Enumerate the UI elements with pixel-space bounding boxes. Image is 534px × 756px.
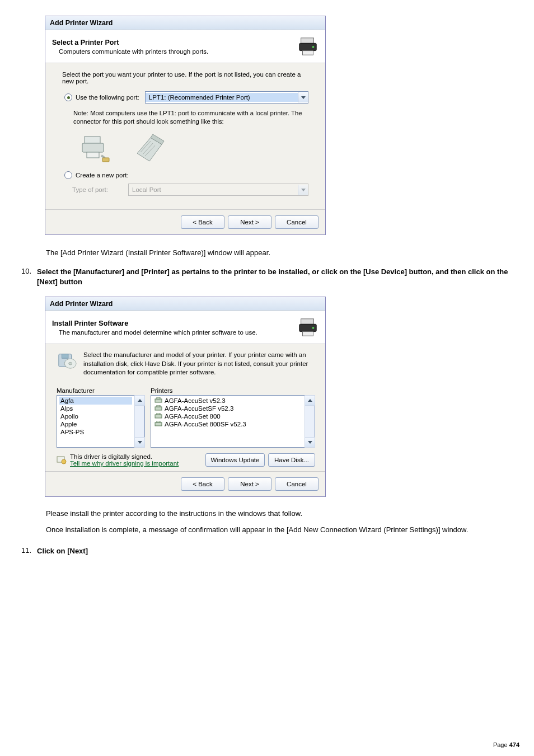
printer-small-icon [154, 421, 162, 428]
port-dropdown[interactable]: LPT1: (Recommended Printer Port) [145, 91, 308, 104]
scrollbar[interactable] [134, 396, 144, 447]
svg-point-3 [312, 46, 315, 48]
step-num: 11. [17, 546, 31, 555]
scrollbar[interactable] [305, 396, 315, 447]
svg-rect-7 [102, 158, 109, 162]
list-item[interactable]: AGFA-AccuSetSF v52.3 [153, 405, 302, 412]
instruction-text: Select the manufacturer and model of you… [83, 351, 315, 377]
step-10: 10. Select the [Manufacturer] and [Print… [17, 267, 517, 287]
svg-rect-10 [303, 332, 313, 336]
windows-update-button[interactable]: Windows Update [205, 453, 265, 467]
window-title: Add Printer Wizard [45, 16, 325, 30]
back-button[interactable]: < Back [181, 215, 224, 229]
radio-use-port[interactable] [64, 93, 72, 101]
cancel-button[interactable]: Cancel [275, 477, 318, 491]
dialog-header: Install Printer Software The manufacture… [45, 311, 325, 344]
chevron-down-icon [298, 185, 308, 195]
lists-row: Manufacturer Agfa Alps Apollo Apple APS-… [57, 387, 315, 448]
svg-rect-23 [157, 421, 160, 422]
printers-label: Printers [151, 387, 315, 394]
list-item-label: AGFA-AccuSet 800 [165, 413, 221, 420]
svg-rect-4 [85, 137, 100, 143]
port-dropdown-value: LPT1: (Recommended Printer Port) [146, 93, 298, 102]
list-item[interactable]: APS-PS [59, 428, 132, 436]
list-item[interactable]: AGFA-AccuSet 800SF v52.3 [153, 420, 302, 428]
note-text: Note: Most computers use the LPT1: port … [73, 109, 308, 125]
svg-rect-0 [301, 38, 314, 44]
port-type-row: Type of port: Local Port [72, 184, 308, 196]
printer-icon [297, 317, 318, 338]
have-disk-button[interactable]: Have Disk... [268, 453, 315, 467]
use-port-row[interactable]: Use the following port: LPT1: (Recommend… [64, 91, 308, 104]
scroll-down-icon[interactable] [305, 437, 315, 448]
port-type-value: Local Port [129, 185, 298, 194]
disk-icon [57, 351, 78, 370]
svg-rect-13 [62, 354, 68, 359]
intro-text: Select the port you want your printer to… [62, 71, 308, 84]
use-port-label: Use the following port: [76, 94, 139, 101]
body-text-1: The [Add Printer Wizard (Install Printer… [46, 248, 517, 257]
type-of-port-label: Type of port: [72, 186, 123, 193]
list-item[interactable]: Agfa [59, 397, 132, 405]
header-subtitle: The manufacturer and model determine whi… [59, 329, 297, 336]
header-subtitle: Computers communicate with printers thro… [59, 48, 297, 55]
svg-rect-20 [155, 415, 162, 418]
printers-listbox[interactable]: AGFA-AccuSet v52.3 AGFA-AccuSetSF v52.3 … [151, 395, 315, 448]
dialog-buttons: < Back Next > Cancel [45, 209, 325, 234]
list-item[interactable]: AGFA-AccuSet v52.3 [153, 397, 302, 405]
create-port-label: Create a new port: [76, 172, 129, 179]
dialog-install-software: Add Printer Wizard Install Printer Softw… [45, 297, 326, 497]
step-11: 11. Click on [Next] [17, 546, 517, 556]
window-title: Add Printer Wizard [45, 297, 325, 311]
step-11-text: Click on [Next] [37, 546, 517, 556]
dialog-select-port: Add Printer Wizard Select a Printer Port… [45, 16, 326, 235]
list-item-label: AGFA-AccuSet 800SF v52.3 [165, 421, 246, 428]
tell-me-link[interactable]: Tell me why driver signing is important [70, 460, 179, 467]
svg-rect-5 [82, 143, 104, 152]
printer-icon [297, 36, 318, 57]
printer-small-icon [154, 405, 162, 412]
next-button[interactable]: Next > [228, 215, 271, 229]
printer-small-icon [78, 133, 111, 162]
svg-rect-6 [87, 152, 99, 158]
scroll-up-icon[interactable] [134, 395, 145, 406]
svg-rect-22 [155, 422, 162, 426]
header-title: Install Printer Software [52, 320, 297, 327]
list-item-label: AGFA-AccuSet v52.3 [165, 397, 226, 404]
radio-create-port[interactable] [64, 171, 72, 179]
list-item-label: AGFA-AccuSetSF v52.3 [165, 405, 233, 412]
certificate-icon [57, 456, 67, 464]
svg-rect-17 [157, 397, 160, 399]
printer-small-icon [154, 397, 162, 404]
svg-rect-21 [157, 413, 160, 415]
instruction-row: Select the manufacturer and model of you… [57, 351, 315, 377]
svg-rect-2 [303, 51, 313, 55]
svg-rect-16 [155, 399, 162, 402]
step-num: 10. [17, 267, 31, 275]
create-port-row[interactable]: Create a new port: [64, 171, 308, 179]
manufacturer-listbox[interactable]: Agfa Alps Apollo Apple APS-PS [57, 395, 145, 448]
svg-rect-18 [155, 407, 162, 410]
dialog-buttons: < Back Next > Cancel [45, 471, 325, 496]
svg-rect-8 [301, 319, 314, 325]
list-item[interactable]: Apollo [59, 412, 132, 420]
manufacturer-label: Manufacturer [57, 387, 145, 394]
cancel-button[interactable]: Cancel [275, 215, 318, 229]
printer-small-icon [154, 413, 162, 420]
list-item[interactable]: AGFA-AccuSet 800 [153, 412, 302, 420]
next-button[interactable]: Next > [228, 477, 271, 491]
chevron-down-icon[interactable] [298, 92, 308, 102]
svg-point-25 [62, 459, 66, 464]
scroll-down-icon[interactable] [134, 437, 145, 448]
list-item[interactable]: Alps [59, 405, 132, 412]
list-item[interactable]: Apple [59, 420, 132, 428]
svg-rect-19 [157, 405, 160, 407]
signed-row: This driver is digitally signed. Tell me… [57, 453, 315, 467]
scroll-up-icon[interactable] [305, 395, 315, 406]
connector-diagram [78, 130, 308, 166]
port-type-dropdown: Local Port [128, 184, 308, 196]
back-button[interactable]: < Back [181, 477, 224, 491]
signed-text: This driver is digitally signed. [70, 453, 179, 460]
step-10-text: Select the [Manufacturer] and [Printer] … [37, 267, 517, 287]
body-text-2b: Once installation is complete, a message… [46, 525, 510, 534]
